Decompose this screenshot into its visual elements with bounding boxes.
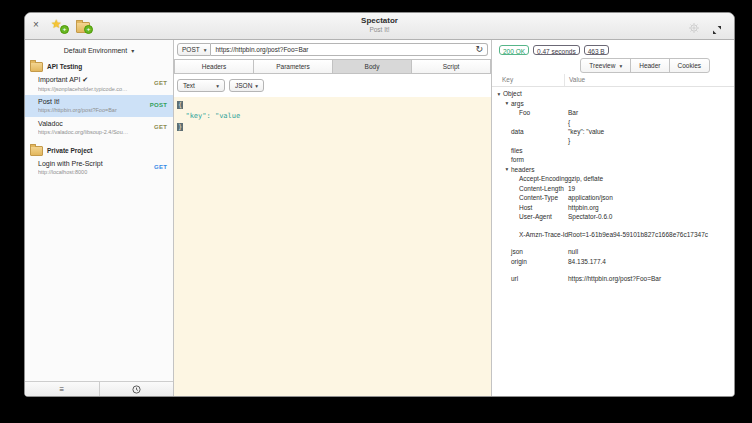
tab-cookies[interactable]: Cookies bbox=[669, 58, 710, 73]
tree-key: User-Agent bbox=[519, 213, 552, 220]
response-tree: ▾ Object ▾ args Foo Bar data { bbox=[492, 89, 734, 396]
body-language-dropdown[interactable]: JSON ▾ bbox=[229, 79, 264, 92]
tree-row-origin[interactable]: origin 84.135.177.4 bbox=[492, 257, 734, 267]
plus-badge-icon: + bbox=[84, 25, 93, 34]
method-badge: GET bbox=[154, 164, 167, 170]
expander-icon[interactable]: ▾ bbox=[503, 166, 511, 172]
tab-script[interactable]: Script bbox=[411, 59, 491, 74]
tree-row-object[interactable]: ▾ Object bbox=[492, 89, 734, 99]
environment-selector[interactable]: Default Environment ▾ bbox=[25, 40, 173, 60]
group-label: API Testing bbox=[47, 63, 82, 70]
tree-value: application/json bbox=[568, 193, 613, 203]
treeview-label: Treeview bbox=[589, 62, 615, 69]
tree-row-form[interactable]: form bbox=[492, 155, 734, 165]
request-panel: POST ▾ https://httpbin.org/post?Foo=Bar … bbox=[174, 40, 492, 396]
tree-value: gzip, deflate bbox=[568, 174, 603, 184]
list-view-button[interactable]: ≡ bbox=[25, 382, 100, 396]
tree-value: https://httpbin.org/post?Foo=Bar bbox=[568, 274, 661, 284]
history-button[interactable] bbox=[100, 382, 174, 396]
tree-row-files[interactable]: files bbox=[492, 146, 734, 156]
sidebar-item-post-it[interactable]: Post It! https://httpbin.org/post?Foo=Ba… bbox=[25, 95, 173, 117]
desktop-background: × ★ + + Spectator Post It! bbox=[0, 0, 752, 423]
tree-key: X-Amzn-Trace-Id bbox=[519, 231, 568, 238]
tree-value: null bbox=[568, 247, 578, 257]
menu-icon: ≡ bbox=[59, 385, 64, 394]
request-tabs: Headers Parameters Body Script bbox=[174, 59, 491, 74]
tab-headers[interactable]: Headers bbox=[174, 59, 254, 74]
tree-column-headers: Key Value bbox=[492, 74, 734, 87]
body-type-value: Text bbox=[183, 82, 195, 89]
tree-key: Object bbox=[503, 90, 522, 97]
tree-row-x-amzn-trace-id[interactable]: X-Amzn-Trace-Id Root=1-61b9ea94-59101b82… bbox=[492, 230, 734, 240]
request-name: Login with Pre-Script bbox=[38, 160, 167, 167]
tab-body[interactable]: Body bbox=[332, 59, 412, 74]
treeview-dropdown[interactable]: Treeview ▾ bbox=[580, 58, 631, 73]
tree-value: 84.135.177.4 bbox=[568, 257, 606, 267]
bookmark-add-button[interactable]: ★ + bbox=[51, 18, 67, 34]
settings-gear-icon[interactable] bbox=[688, 20, 700, 38]
tree-value: { "key": "value } bbox=[568, 118, 604, 146]
folder-icon bbox=[30, 146, 43, 156]
size-badge: 463 B bbox=[584, 45, 609, 55]
sidebar-footer: ≡ bbox=[25, 381, 173, 396]
tree-row-url[interactable]: url https://httpbin.org/post?Foo=Bar bbox=[492, 274, 734, 284]
sidebar-item-login-prescript[interactable]: Login with Pre-Script http://localhost:8… bbox=[25, 157, 173, 179]
main-content: Default Environment ▾ API Testing Import… bbox=[25, 40, 734, 396]
url-bar: POST ▾ https://httpbin.org/post?Foo=Bar … bbox=[174, 40, 491, 58]
response-panel: 200 OK 0.47 seconds 463 B Treeview ▾ Hea… bbox=[492, 40, 734, 396]
tree-key: files bbox=[511, 147, 523, 154]
tree-row-headers[interactable]: ▾ headers bbox=[492, 165, 734, 175]
close-button[interactable]: × bbox=[33, 20, 39, 30]
tree-row-args[interactable]: ▾ args bbox=[492, 99, 734, 109]
expander-icon[interactable]: ▾ bbox=[503, 100, 511, 106]
data-value-line: { bbox=[568, 118, 570, 127]
environment-label: Default Environment bbox=[64, 47, 127, 54]
send-refresh-icon[interactable]: ↻ bbox=[475, 45, 483, 54]
tree-row-user-agent[interactable]: User-Agent Spectator-0.6.0 bbox=[492, 212, 734, 222]
body-editor[interactable]: { "key": "value } bbox=[174, 97, 491, 396]
body-language-value: JSON bbox=[235, 82, 252, 89]
tree-key: origin bbox=[511, 258, 527, 265]
sidebar: Default Environment ▾ API Testing Import… bbox=[25, 40, 174, 396]
tree-key: Content-Length bbox=[519, 185, 564, 192]
tree-row-accept-encoding[interactable]: Accept-Encoding gzip, deflate bbox=[492, 174, 734, 184]
chevron-down-icon: ▾ bbox=[131, 47, 134, 54]
tree-value: Bar bbox=[568, 108, 578, 118]
tree-row-data[interactable]: data { "key": "value } bbox=[492, 118, 734, 146]
tab-header[interactable]: Header bbox=[630, 58, 669, 73]
tree-row-content-length[interactable]: Content-Length 19 bbox=[492, 184, 734, 194]
headerbar: × ★ + + Spectator Post It! bbox=[25, 13, 734, 40]
editor-line-3: } bbox=[177, 123, 183, 131]
column-value: Value bbox=[564, 74, 585, 86]
tree-key: Host bbox=[519, 204, 532, 211]
sidebar-group-private-project[interactable]: Private Project bbox=[25, 144, 173, 157]
resize-icon[interactable] bbox=[712, 21, 722, 39]
method-value: POST bbox=[182, 46, 200, 53]
history-clock-icon bbox=[132, 385, 141, 394]
status-code-badge: 200 OK bbox=[499, 45, 529, 55]
tree-row-foo[interactable]: Foo Bar bbox=[492, 108, 734, 118]
body-type-dropdown[interactable]: Text ▾ bbox=[177, 79, 225, 92]
tree-key: Foo bbox=[519, 109, 530, 116]
url-input[interactable]: https://httpbin.org/post?Foo=Bar ↻ bbox=[211, 43, 488, 56]
request-url: https://valadoc.org/libsoup-2.4/Sou… bbox=[38, 129, 142, 135]
sidebar-item-valadoc[interactable]: Valadoc https://valadoc.org/libsoup-2.4/… bbox=[25, 117, 173, 139]
sidebar-item-important-api[interactable]: Important API ✔ https://jsonplaceholder.… bbox=[25, 73, 173, 95]
tree-value: Root=1-61b9ea94-59101b827c1668e76c17347c bbox=[568, 230, 708, 240]
tree-key: json bbox=[511, 248, 523, 255]
tree-key: Content-Type bbox=[519, 194, 558, 201]
sidebar-group-api-testing[interactable]: API Testing bbox=[25, 60, 173, 73]
response-view-tabs: Treeview ▾ Header Cookies bbox=[492, 55, 734, 71]
tree-row-json[interactable]: json null bbox=[492, 247, 734, 257]
tree-key: args bbox=[511, 100, 524, 107]
chevron-down-icon: ▾ bbox=[216, 83, 219, 89]
new-collection-button[interactable]: + bbox=[75, 18, 91, 34]
data-value-line: } bbox=[568, 136, 570, 145]
tree-row-host[interactable]: Host httpbin.org bbox=[492, 203, 734, 213]
body-type-row: Text ▾ JSON ▾ bbox=[174, 74, 491, 97]
expander-icon[interactable]: ▾ bbox=[495, 91, 503, 97]
method-dropdown[interactable]: POST ▾ bbox=[177, 43, 211, 56]
tree-row-content-type[interactable]: Content-Type application/json bbox=[492, 193, 734, 203]
chevron-down-icon: ▾ bbox=[619, 63, 622, 69]
tab-parameters[interactable]: Parameters bbox=[253, 59, 333, 74]
